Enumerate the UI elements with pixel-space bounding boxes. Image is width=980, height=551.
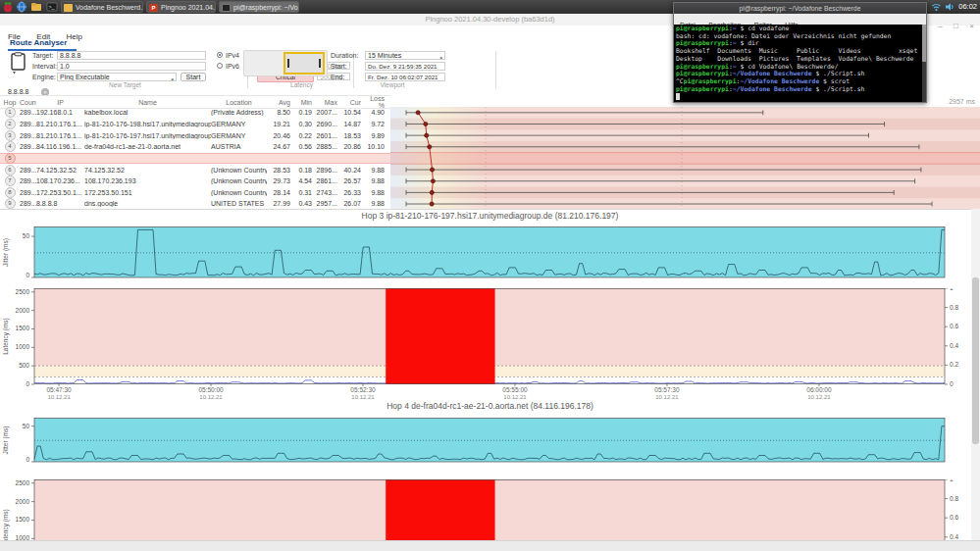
svg-text:0: 0 (26, 272, 29, 278)
col-avg[interactable]: Avg (267, 99, 293, 106)
hop3-latency-chart[interactable]: 05001000150020002500Latency (ms)10.80.60… (0, 288, 980, 400)
hop4-latency-chart[interactable]: 05001000150020002500Latency (ms)10.80.60… (0, 479, 980, 540)
svg-text:0.6: 0.6 (950, 514, 958, 521)
start-button[interactable]: Start (181, 73, 206, 81)
terminal-titlebar[interactable]: pi@raspberrypi: ~/Vodafone Beschwerde – … (674, 3, 926, 14)
svg-text:10.12.21: 10.12.21 (503, 394, 527, 400)
col-ip[interactable]: IP (36, 99, 84, 106)
duration-label: Duration: (331, 52, 358, 59)
desktop: >_ Vodafone Beschwerd... P Pingnoo 2021.… (0, 0, 980, 551)
svg-text:10.12.21: 10.12.21 (199, 394, 223, 400)
ipv4-radio[interactable] (217, 52, 223, 58)
ipv4-label: IPv4 (226, 52, 239, 59)
viewport-end-label: End: (331, 74, 344, 80)
table-row[interactable]: 6289...74.125.32.5274.125.32.52(Unknown … (0, 164, 390, 175)
svg-text:10.12.21: 10.12.21 (655, 394, 679, 400)
charts-scrollbar[interactable] (971, 209, 980, 540)
table-row[interactable]: 2289...81.210.176.1...ip-81-210-176-198.… (0, 119, 390, 130)
hop3-jitter-chart[interactable]: 050Jitter (ms) (0, 226, 980, 278)
table-row[interactable]: 4289...84.116.196.1...de-fra04d-rc1-ae-2… (0, 141, 390, 153)
svg-text:0: 0 (26, 456, 29, 463)
viewport-preview[interactable] (243, 50, 328, 76)
volume-icon[interactable] (944, 1, 955, 13)
clock[interactable]: 06:02 (958, 2, 977, 11)
hop-number-badge: 1 (5, 107, 16, 118)
taskbar-window-terminal[interactable]: pi@raspberrypi: ~/Vo... (219, 1, 299, 13)
interval-label: Interval: (32, 63, 57, 70)
svg-text:Jitter (ms): Jitter (ms) (2, 238, 10, 267)
table-row[interactable]: 8289...172.253.50.1...172.253.50.151(Unk… (0, 186, 390, 198)
ipv6-radio[interactable] (217, 63, 223, 69)
engine-value: Ping Executable (60, 74, 110, 80)
viewport-selection[interactable] (284, 52, 325, 75)
svg-text:0: 0 (950, 380, 954, 387)
group-label-viewport: Viewport (329, 81, 456, 88)
raspberry-menu-icon[interactable] (2, 1, 14, 13)
latency-scale-label: 2957 ms (949, 98, 975, 105)
col-cur[interactable]: Cur (340, 99, 364, 106)
svg-text:05:57:30: 05:57:30 (654, 386, 680, 393)
col-location[interactable]: Location (211, 99, 267, 106)
terminal-menubar: Datei Bearbeiten Reiter Hilfe (674, 14, 926, 25)
new-target-icon[interactable] (9, 52, 28, 75)
duration-select[interactable]: 15 Minutes ▾ (365, 51, 445, 60)
svg-text:50: 50 (23, 423, 30, 429)
web-browser-icon[interactable] (16, 1, 27, 13)
terminal-launcher-icon[interactable]: >_ (46, 1, 58, 13)
interval-input[interactable]: 1.0 (57, 62, 206, 71)
table-row[interactable]: 5 (0, 153, 390, 165)
scrollbar-thumb[interactable] (972, 277, 979, 444)
viewport-start-input[interactable]: Do. Dez. 9 21:59:35 2021 (365, 62, 445, 71)
file-manager-icon[interactable] (30, 1, 42, 13)
table-row[interactable]: 7289...108.170.236...108.170.236.193(Unk… (0, 175, 390, 187)
taskbar-window-files[interactable]: Vodafone Beschwerd... (61, 1, 143, 13)
hop4-jitter-chart[interactable]: 050Jitter (ms) (0, 418, 980, 463)
viewport-handle-left[interactable] (287, 59, 289, 68)
ribbon-separator (495, 51, 496, 88)
col-min[interactable]: Min (293, 99, 315, 106)
col-max[interactable]: Max (315, 99, 340, 106)
svg-text:05:52:30: 05:52:30 (350, 386, 376, 393)
svg-text:10.12.21: 10.12.21 (47, 394, 71, 400)
svg-text:05:47:30: 05:47:30 (46, 386, 72, 393)
svg-text:500: 500 (19, 362, 29, 369)
terminal-output[interactable]: pi@raspberrypi:~ $ cd vodafonebash: cd: … (674, 25, 926, 102)
engine-label: Engine: (32, 74, 56, 80)
hop-latency-graph[interactable] (390, 107, 980, 210)
tab-route-analyser[interactable]: Route Analyser (10, 38, 67, 47)
terminal-window-title: pi@raspberrypi: ~/Vodafone Beschwerde (674, 3, 926, 14)
svg-text:06:00:00: 06:00:00 (806, 386, 832, 393)
viewport-handle-right[interactable] (319, 59, 321, 68)
table-row[interactable]: 1289...192.168.0.1kabelbox.local(Private… (0, 107, 390, 119)
engine-select[interactable]: Ping Executable ▾ (57, 73, 177, 81)
duration-value: 15 Minutes (368, 52, 401, 59)
col-count[interactable]: Count (20, 99, 36, 106)
folder-icon (64, 4, 73, 12)
ipv6-label: IPv6 (226, 63, 239, 70)
terminal-window: pi@raspberrypi: ~/Vodafone Beschwerde – … (673, 2, 927, 103)
svg-text:10.12.21: 10.12.21 (351, 394, 375, 400)
menu-help[interactable]: Help (67, 31, 82, 43)
terminal-line (676, 93, 924, 101)
target-input[interactable]: 8.8.8.8 (57, 51, 206, 60)
terminal-scrollbar[interactable] (922, 25, 926, 102)
svg-text:2000: 2000 (16, 498, 30, 505)
tab-target-8888[interactable]: 8.8.8.8 (8, 88, 28, 95)
svg-text:1500: 1500 (16, 325, 30, 331)
table-row[interactable]: 3289...81.210.176.1...ip-81-210-176-197.… (0, 129, 390, 141)
svg-text:05:50:00: 05:50:00 (198, 386, 224, 393)
taskbar-window-pingnoo[interactable]: P Pingnoo 2021.04.30-... (146, 1, 216, 13)
wifi-icon[interactable] (930, 1, 943, 13)
viewport-end-input[interactable]: Fr. Dez. 10 06:02:07 2021 (365, 73, 445, 81)
hop-number-badge: 9 (5, 198, 16, 209)
svg-text:0.8: 0.8 (950, 304, 958, 311)
col-hop[interactable]: Hop (0, 99, 20, 106)
col-name[interactable]: Name (84, 99, 211, 106)
svg-text:2500: 2500 (16, 479, 30, 486)
svg-text:0.2: 0.2 (950, 361, 958, 368)
svg-text:0: 0 (26, 380, 29, 387)
taskbar-window-pingnoo-label: Pingnoo 2021.04.30-... (161, 4, 216, 11)
scrollbar-thumb[interactable] (922, 25, 926, 62)
svg-text:>_: >_ (48, 4, 55, 10)
svg-text:1500: 1500 (16, 516, 30, 523)
